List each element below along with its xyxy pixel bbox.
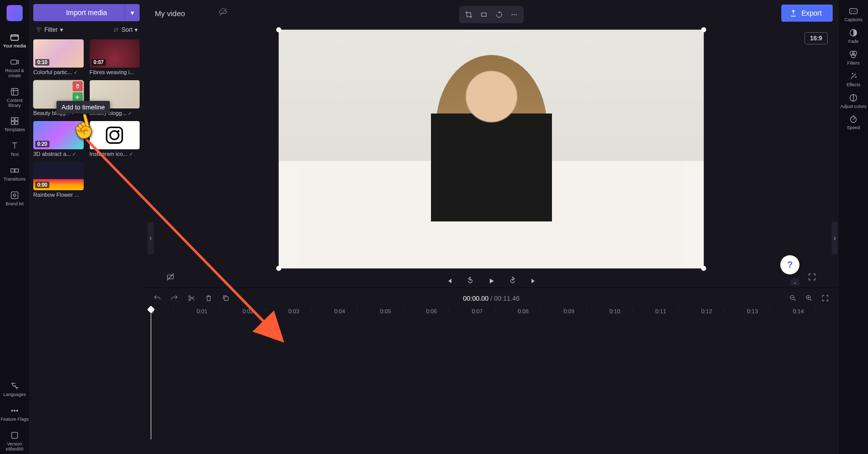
sidebar-item-label: Text: [11, 152, 19, 157]
right-item-fade[interactable]: Fade: [839, 28, 867, 44]
export-button[interactable]: Export: [781, 5, 833, 22]
rotate-button[interactable]: [491, 8, 507, 21]
app-logo[interactable]: [7, 5, 23, 21]
zoom-fit-button[interactable]: [821, 294, 830, 303]
zoom-out-button[interactable]: [788, 294, 797, 303]
delete-button[interactable]: [204, 294, 213, 303]
playhead[interactable]: [151, 308, 151, 439]
right-item-adjust-colors[interactable]: Adjust colors: [839, 93, 867, 109]
sidebar-item-record[interactable]: Record & create: [1, 55, 29, 81]
ruler-tick: 0:03: [288, 308, 299, 314]
text-icon: [10, 141, 20, 151]
forward-button[interactable]: [508, 276, 518, 286]
cloud-sync-icon[interactable]: [218, 7, 228, 19]
timeline-ruler[interactable]: 0 0:01 0:02 0:03 0:04 0:05 0:06 0:07 0:0…: [151, 308, 839, 321]
import-media-button[interactable]: Import media ▾: [33, 4, 140, 21]
right-item-filters[interactable]: Filters: [839, 49, 867, 66]
sidebar-item-languages[interactable]: Languages: [1, 379, 29, 400]
skip-start-button[interactable]: [444, 276, 454, 286]
media-item[interactable]: 0:10 Colorful partic...✓: [33, 39, 84, 75]
svg-rect-55: [850, 9, 857, 14]
subtitle-toggle[interactable]: [166, 272, 175, 283]
right-item-label: Fade: [848, 39, 859, 44]
redo-button[interactable]: [170, 294, 179, 303]
svg-point-20: [516, 14, 517, 15]
media-thumbnail: 0:10: [33, 39, 84, 68]
sidebar-item-templates[interactable]: Templates: [1, 114, 29, 135]
canvas-tools: [459, 6, 524, 23]
duplicate-button[interactable]: [221, 294, 230, 303]
more-button[interactable]: [507, 8, 522, 21]
sidebar-item-label: Version e8bed60: [1, 442, 29, 452]
delete-media-button[interactable]: [73, 81, 83, 91]
collapse-properties-panel[interactable]: ›: [832, 222, 838, 254]
current-time: 00:00.00: [463, 295, 489, 302]
import-label: Import media: [66, 9, 107, 17]
ruler-tick: 0:12: [701, 308, 712, 314]
media-name: Fibres weaving i...: [90, 69, 135, 75]
resize-handle[interactable]: [276, 27, 281, 32]
sidebar-item-label: Brand kit: [6, 202, 24, 207]
project-title-input[interactable]: [150, 6, 210, 21]
main-area: Export 16:9: [144, 0, 839, 454]
right-item-captions[interactable]: Captions: [839, 6, 867, 23]
media-item[interactable]: 0:07 Fibres weaving i...: [90, 39, 140, 75]
svg-point-24: [189, 299, 190, 301]
media-thumbnail: [90, 121, 140, 149]
collapse-preview-button[interactable]: ⌄: [790, 278, 799, 286]
chevron-down-icon: ▾: [135, 26, 138, 33]
media-grid: 0:10 Colorful partic...✓ 0:07 Fibres wea…: [33, 39, 140, 198]
sort-label: Sort: [121, 26, 133, 33]
media-item[interactable]: 0:00 Rainbow Flower ...: [33, 162, 84, 198]
library-icon: [10, 87, 20, 97]
crop-button[interactable]: [461, 8, 476, 21]
collapse-media-panel[interactable]: ‹: [148, 222, 154, 254]
resize-handle[interactable]: [701, 27, 706, 32]
fit-button[interactable]: [476, 8, 491, 21]
sort-button[interactable]: Sort ▾: [112, 26, 138, 33]
right-item-effects[interactable]: Effects: [839, 71, 867, 88]
right-item-label: Filters: [847, 61, 860, 66]
chevron-down-icon[interactable]: ▾: [125, 4, 140, 21]
svg-rect-7: [11, 169, 14, 173]
sidebar-item-feature-flags[interactable]: Feature Flags: [1, 404, 29, 424]
svg-rect-9: [11, 192, 18, 198]
resize-handle[interactable]: [276, 266, 281, 271]
skip-end-button[interactable]: [529, 276, 539, 286]
sidebar-item-version[interactable]: Version e8bed60: [1, 428, 29, 454]
sidebar-item-text[interactable]: Text: [1, 139, 29, 159]
play-button[interactable]: [486, 276, 497, 286]
ruler-tick: 0:04: [334, 308, 345, 314]
sidebar-item-transitions[interactable]: Transitions: [1, 163, 29, 184]
media-item[interactable]: Instagram ico...✓: [90, 121, 140, 157]
right-item-label: Adjust colors: [840, 104, 866, 109]
ruler-tick: 0:08: [518, 308, 528, 314]
sidebar-item-label: Feature Flags: [1, 417, 29, 422]
zoom-in-icon: [805, 294, 813, 302]
ruler-tick: 0:01: [197, 308, 207, 314]
fullscreen-button[interactable]: [808, 272, 817, 283]
split-button[interactable]: [187, 294, 196, 303]
redo-icon: [170, 294, 178, 302]
right-item-speed[interactable]: Speed: [839, 114, 867, 131]
fade-icon: [848, 28, 858, 38]
fit-icon: [480, 11, 488, 19]
zoom-out-icon: [789, 294, 797, 302]
resize-handle[interactable]: [701, 266, 706, 271]
tooltip-add-to-timeline: Add to timeline: [56, 101, 110, 114]
filter-button[interactable]: Filter ▾: [35, 26, 63, 33]
sidebar-item-brand-kit[interactable]: Brand kit: [1, 188, 29, 209]
ruler-tick: 0:09: [564, 308, 574, 314]
undo-button[interactable]: [153, 294, 162, 303]
upload-icon: [789, 9, 797, 17]
help-button[interactable]: ?: [780, 255, 799, 274]
media-item[interactable]: 0:20 3D abstract a...✓: [33, 121, 84, 157]
rewind-button[interactable]: [465, 276, 475, 286]
video-canvas[interactable]: [278, 29, 704, 269]
sidebar-item-content-library[interactable]: Content library: [1, 85, 29, 110]
svg-point-18: [512, 14, 513, 15]
sidebar-item-your-media[interactable]: Your media: [1, 30, 29, 51]
zoom-in-button[interactable]: [804, 294, 814, 303]
sidebar-item-label: Record & create: [1, 69, 29, 79]
left-sidebar: Your media Record & create Content libra…: [0, 0, 29, 454]
